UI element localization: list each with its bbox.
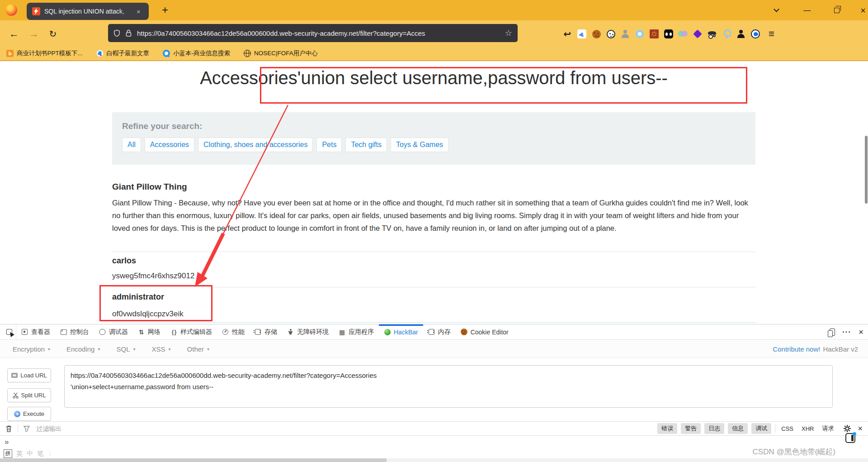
ime-item[interactable]: 中 xyxy=(27,450,33,458)
blue-pin-icon[interactable] xyxy=(722,29,731,39)
tab-application[interactable]: ▦应用程序 xyxy=(334,324,379,339)
hat-glasses-icon[interactable] xyxy=(707,29,717,39)
cookie-icon[interactable] xyxy=(591,29,601,39)
chevron-down-icon: ▾ xyxy=(169,347,171,352)
browser-tab[interactable]: SQL injection UNION attack, × xyxy=(27,3,149,20)
tab-accessibility[interactable]: 无障碍环境 xyxy=(282,324,334,339)
bookmark-item[interactable]: NOSEC|FOFA用户中心 xyxy=(244,49,318,57)
divider xyxy=(112,322,755,323)
tab-console[interactable]: 控制台 xyxy=(55,324,94,339)
ime-item[interactable]: 英 xyxy=(16,450,23,458)
category-tech-gifts[interactable]: Tech gifts xyxy=(345,138,387,152)
load-url-button[interactable]: Load URL xyxy=(7,368,51,382)
undo-arrow-icon[interactable]: ↩ xyxy=(562,29,572,39)
csdn-watermark: CSDN @黑色地带(崛起) xyxy=(753,447,835,457)
category-accessories[interactable]: Accessories xyxy=(145,138,194,152)
page-content: Accessories'union select username,passwo… xyxy=(0,61,868,324)
category-all[interactable]: All xyxy=(122,138,141,152)
filter-requests[interactable]: 请求 xyxy=(822,424,834,433)
restore-button[interactable] xyxy=(830,0,844,20)
hackbar-version: HackBar v2 xyxy=(823,345,858,353)
blue-ring-icon[interactable] xyxy=(635,29,645,39)
send-arrow-icon[interactable] xyxy=(577,29,587,39)
menu-label: Encryption xyxy=(13,345,45,353)
filter-errors[interactable]: 错误 xyxy=(657,423,677,434)
menu-other[interactable]: Other▾ xyxy=(187,345,210,353)
bookmark-item[interactable]: b商业计划书PPT模板下... xyxy=(6,49,83,57)
tab-close-icon[interactable]: × xyxy=(137,8,141,15)
bookmark-item[interactable]: 白帽子最新文章 xyxy=(96,49,150,57)
fofa-gear-icon[interactable] xyxy=(649,29,659,39)
gray-person-icon[interactable] xyxy=(620,29,630,39)
execute-button[interactable]: Execute xyxy=(7,407,51,421)
menu-xss[interactable]: XSS▾ xyxy=(152,345,171,353)
ime-pinyin-icon[interactable]: 拼 xyxy=(4,449,12,458)
category-toys-games[interactable]: Toys & Games xyxy=(391,138,448,152)
filter-info[interactable]: 信息 xyxy=(728,423,748,434)
filter-xhr[interactable]: XHR xyxy=(802,425,814,432)
firefox-logo-icon[interactable] xyxy=(5,4,17,16)
tab-network[interactable]: ⇅网络 xyxy=(133,324,165,339)
notification-panel-icon[interactable] xyxy=(845,433,855,443)
trash-icon[interactable] xyxy=(5,425,12,433)
menu-label: Other xyxy=(187,345,204,353)
expand-button[interactable]: » xyxy=(5,438,9,447)
menu-icon[interactable]: ≡ xyxy=(769,28,774,40)
tab-inspector[interactable]: 查看器 xyxy=(16,324,55,339)
chevron-down-icon: ▾ xyxy=(48,347,50,352)
url-text[interactable]: https://0a7400560303466ac12de56a000600dd… xyxy=(137,29,501,37)
spy-figure-icon[interactable] xyxy=(736,29,746,39)
ime-item[interactable]: 笔 xyxy=(37,450,43,458)
white-hat-icon xyxy=(96,50,104,57)
console-settings-button[interactable] xyxy=(843,424,851,433)
cookie-outline-icon[interactable] xyxy=(606,29,616,39)
minimize-button[interactable]: — xyxy=(800,0,814,20)
scrollbar-thumb[interactable] xyxy=(0,458,387,462)
devtools-close-icon[interactable]: × xyxy=(859,327,863,337)
purple-gem-icon[interactable] xyxy=(693,29,703,39)
menu-encryption[interactable]: Encryption▾ xyxy=(13,345,50,353)
filter-logs[interactable]: 日志 xyxy=(704,423,724,434)
tab-performance[interactable]: 性能 xyxy=(217,324,250,339)
new-tab-button[interactable]: + xyxy=(158,4,172,17)
more-options-icon[interactable]: ··· xyxy=(842,328,851,337)
shield-icon[interactable] xyxy=(113,29,120,37)
venn-circles-icon[interactable] xyxy=(678,29,688,39)
console-close-icon[interactable]: × xyxy=(858,424,863,433)
refine-search-panel: Refine your search: All Accessories Clot… xyxy=(112,112,755,165)
tab-hackbar[interactable]: HackBar xyxy=(379,324,423,339)
lock-icon[interactable] xyxy=(126,29,132,37)
bookmark-item[interactable]: 小蓝本-商业信息搜索 xyxy=(163,49,230,57)
split-url-button[interactable]: Split URL xyxy=(7,388,51,402)
panda-icon[interactable] xyxy=(664,29,674,39)
contribute-link[interactable]: Contribute now! xyxy=(773,345,820,353)
bookmark-star-icon[interactable]: ☆ xyxy=(505,28,512,38)
filter-css[interactable]: CSS xyxy=(781,425,793,432)
horizontal-scrollbar[interactable] xyxy=(0,458,868,462)
tab-debugger[interactable]: 调试器 xyxy=(94,324,133,339)
reload-button[interactable]: ↻ xyxy=(45,20,61,48)
menu-sql[interactable]: SQL▾ xyxy=(117,345,136,353)
responsive-design-icon[interactable] xyxy=(830,329,835,336)
console-filter-input[interactable] xyxy=(35,424,171,433)
back-button[interactable]: ← xyxy=(6,20,22,48)
menu-encoding[interactable]: Encoding▾ xyxy=(66,345,100,353)
ime-more-icon[interactable]: ⋮ xyxy=(47,451,52,457)
filter-debug[interactable]: 调试 xyxy=(751,423,771,434)
tabs-dropdown-button[interactable] xyxy=(769,0,783,20)
hackbar-url-input[interactable]: https://0a7400560303466ac12de56a000600dd… xyxy=(64,365,833,408)
bookmarks-bar: b商业计划书PPT模板下... 白帽子最新文章 小蓝本-商业信息搜索 NOSEC… xyxy=(0,48,868,61)
pick-element-button[interactable] xyxy=(3,324,16,339)
category-pets[interactable]: Pets xyxy=(316,138,342,152)
tab-style-editor[interactable]: { }样式编辑器 xyxy=(165,324,217,339)
tab-cookie-editor[interactable]: Cookie Editor xyxy=(456,324,514,339)
page-scrollbar-thumb[interactable] xyxy=(865,136,868,204)
water-drop-icon[interactable] xyxy=(750,29,760,39)
window-close-button[interactable]: × xyxy=(856,0,868,20)
filter-warnings[interactable]: 警告 xyxy=(681,423,701,434)
category-clothing[interactable]: Clothing, shoes and accessories xyxy=(198,138,313,152)
url-bar[interactable]: https://0a7400560303466ac12de56a000600dd… xyxy=(108,24,518,42)
tab-memory[interactable]: 内存 xyxy=(423,324,456,339)
tab-storage[interactable]: 存储 xyxy=(250,324,282,339)
forward-button[interactable]: → xyxy=(26,20,42,48)
